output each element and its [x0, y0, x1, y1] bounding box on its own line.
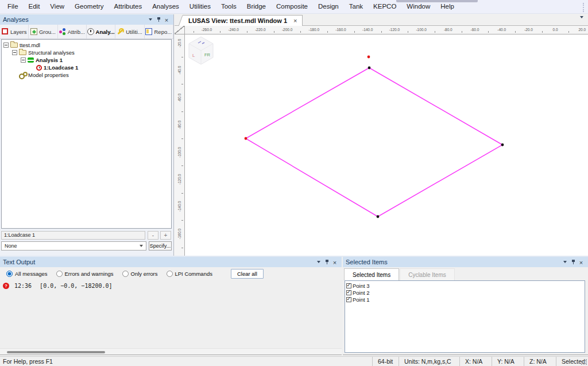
ruler-label: -120.0 — [177, 174, 181, 184]
menu-item-tools[interactable]: Tools — [216, 0, 242, 13]
status-y-coordinate: Y: N/A — [492, 357, 524, 366]
selected-item-row[interactable]: Point 3 — [346, 282, 583, 289]
ruler-tick — [568, 31, 569, 33]
ruler-tick — [300, 31, 301, 33]
ruler-label: -80.0 — [177, 121, 181, 129]
menu-item-tank[interactable]: Tank — [344, 0, 368, 13]
tab-selected-items[interactable]: Selected Items — [344, 268, 399, 280]
tree-item-label: 1:Loadcase 1 — [44, 64, 78, 71]
model-canvas[interactable]: L FR — [185, 34, 588, 256]
results-dropdown[interactable]: None — [1, 241, 146, 251]
status-help-text: For Help, press F1 — [0, 357, 372, 366]
panel-tab-layers[interactable]: Layers — [0, 25, 29, 38]
tab-lusas-view[interactable]: LUSAS View: ttest.mdl Window 1 — [183, 15, 303, 26]
panel-menu-button[interactable] — [561, 258, 569, 266]
ruler-tick — [181, 138, 183, 139]
expand-toggle[interactable] — [21, 57, 26, 63]
menu-item-view[interactable]: View — [45, 0, 69, 13]
resize-grip[interactable] — [581, 359, 587, 365]
horizontal-scrollbar[interactable] — [0, 348, 342, 355]
panel-tab-attributes[interactable]: Attrib... — [58, 25, 87, 38]
radio-icon — [6, 271, 13, 277]
selected-item-row[interactable]: Point 1 — [346, 296, 583, 303]
panel-menu-button[interactable] — [146, 16, 154, 24]
panel-pin-button[interactable] — [569, 258, 577, 266]
ruler-label: -80.0 — [444, 28, 452, 32]
tree-item[interactable]: Analysis 1 — [2, 56, 171, 64]
svg-text:FR: FR — [204, 52, 211, 57]
selected-item-label: Point 1 — [353, 296, 370, 303]
model-point — [245, 137, 247, 140]
checkbox[interactable] — [346, 283, 351, 288]
analyses-tree[interactable]: ttest.mdlStructural analysesAnalysis 11:… — [1, 39, 172, 229]
menu-item-composite[interactable]: Composite — [271, 0, 313, 13]
panel-tab-groups[interactable]: Grou... — [29, 25, 57, 38]
view-orientation-cube[interactable]: L FR — [185, 34, 217, 67]
chevron-down-icon — [149, 18, 152, 21]
filter-radio-errors-and-warnings[interactable]: Errors and warnings — [56, 271, 114, 277]
active-loadcase-field[interactable]: 1:Loadcase 1 — [1, 231, 145, 240]
chevron-down-icon — [317, 261, 320, 263]
decrement-button[interactable]: - — [148, 231, 158, 240]
log-line: ? 12:36 [0.0, −0.0, −18200.0] — [3, 283, 339, 289]
menu-bar-items: FileEditViewGeometryAttributesAnalysesUt… — [2, 0, 459, 13]
selected-items-list[interactable]: Point 3Point 2Point 1 — [345, 280, 585, 353]
clear-all-button[interactable]: Clear all — [231, 269, 264, 279]
expand-toggle[interactable] — [12, 50, 17, 55]
ruler-tick — [181, 193, 183, 194]
menu-item-analyses[interactable]: Analyses — [147, 0, 184, 13]
error-help-icon[interactable]: ? — [3, 283, 9, 289]
tree-item[interactable]: 1:Loadcase 1 — [2, 64, 171, 71]
results-dropdown-value: None — [5, 243, 17, 249]
ruler-tick — [462, 31, 462, 33]
tab-cyclable-items[interactable]: Cyclable Items — [400, 268, 455, 280]
ruler-label: -140.0 — [362, 28, 373, 32]
filter-radios: All messagesErrors and warningsOnly erro… — [0, 267, 342, 280]
panel-close-button[interactable] — [577, 258, 585, 266]
checkbox[interactable] — [346, 297, 351, 302]
radio-icon — [56, 271, 63, 277]
filter-radio-lpi-commands[interactable]: LPI Commands — [167, 271, 212, 277]
radio-icon — [122, 271, 129, 277]
folder-icon — [10, 43, 18, 48]
gear-icon — [19, 72, 26, 78]
tree-item[interactable]: ttest.mdl — [2, 41, 171, 49]
panel-close-button[interactable] — [331, 258, 339, 266]
attributes-icon — [59, 28, 66, 35]
increment-button[interactable]: + — [160, 231, 171, 240]
menu-item-design[interactable]: Design — [313, 0, 344, 13]
ruler-label: -160.0 — [177, 229, 181, 239]
panel-tab-utilities[interactable]: Utiliti... — [115, 25, 144, 38]
chevron-down-icon — [563, 261, 567, 263]
menu-item-file[interactable]: File — [2, 0, 24, 13]
panel-pin-button[interactable] — [323, 258, 331, 266]
panel-tab-label: Layers — [10, 29, 27, 35]
ruler-label: -200.0 — [282, 28, 292, 32]
panel-title: Selected Items — [346, 259, 561, 265]
model-edge — [246, 68, 369, 138]
ruler-label: -260.0 — [202, 28, 212, 32]
panel-tab-analyses[interactable]: Analy... — [87, 25, 115, 38]
panel-title: Analyses — [3, 16, 146, 23]
filter-radio-only-errors[interactable]: Only errors — [122, 271, 158, 277]
menu-item-bridge[interactable]: Bridge — [242, 0, 271, 13]
panel-close-button[interactable] — [163, 16, 171, 24]
filter-radio-all-messages[interactable]: All messages — [6, 271, 48, 277]
specify-button[interactable]: Specify... — [149, 241, 172, 251]
menu-item-utilities[interactable]: Utilities — [184, 0, 216, 13]
panel-tab-reports[interactable]: Repo... — [145, 25, 173, 38]
scrollbar-thumb[interactable] — [7, 351, 105, 353]
panel-pin-button[interactable] — [154, 16, 163, 24]
checkbox[interactable] — [346, 290, 351, 295]
panel-menu-button[interactable] — [315, 258, 323, 266]
selected-item-row[interactable]: Point 2 — [346, 289, 583, 296]
expand-toggle[interactable] — [3, 43, 9, 48]
menu-item-geometry[interactable]: Geometry — [69, 0, 109, 13]
pin-icon — [156, 17, 161, 23]
tree-item[interactable]: Structural analyses — [2, 49, 171, 56]
tree-item[interactable]: Model properties — [2, 71, 171, 79]
menu-item-edit[interactable]: Edit — [24, 0, 45, 13]
toolbar-grip[interactable] — [583, 3, 585, 12]
tab-close-button[interactable] — [293, 17, 297, 24]
menu-item-attributes[interactable]: Attributes — [109, 0, 148, 13]
